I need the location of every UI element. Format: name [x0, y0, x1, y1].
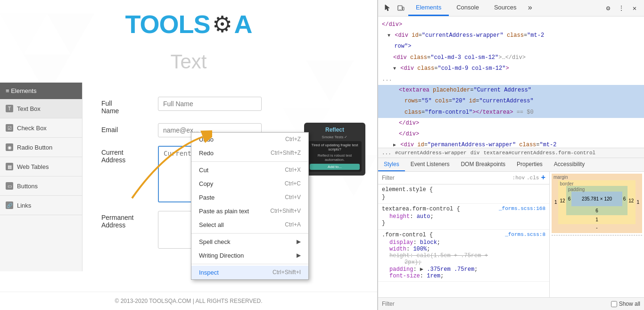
box-dashed-sep: [552, 235, 642, 235]
menu-icon[interactable]: ⋮: [616, 2, 627, 14]
sidebar-label-checkbox: Check Box: [17, 125, 47, 132]
add-style-button[interactable]: +: [541, 174, 545, 182]
webtables-icon: ▦: [6, 163, 13, 170]
devtools-panel: Elements Console Sources » ⚙ ⋮ ✕ </div> …: [377, 0, 644, 310]
context-undo[interactable]: Undo Ctrl+Z: [191, 133, 308, 146]
cls-button[interactable]: .cls: [527, 175, 539, 181]
popup-card-title: Reflect: [308, 126, 362, 133]
tab-console[interactable]: Console: [449, 0, 487, 16]
radio-icon: ◉: [6, 143, 13, 151]
sidebar-item-radio[interactable]: ◉ Radio Button: [0, 138, 82, 157]
css-prop-width: width: 100%;: [382, 246, 545, 252]
tree-line[interactable]: row">: [378, 41, 644, 52]
breadcrumb-textarea[interactable]: textarea#currentAddress.form-control: [483, 150, 595, 156]
sidebar-item-checkbox[interactable]: ☑ Check Box: [0, 118, 82, 138]
show-all-checkbox-label: Show all: [611, 301, 640, 307]
device-toggle-icon[interactable]: [395, 2, 406, 14]
css-file-link2[interactable]: _forms.scss:8: [505, 232, 545, 237]
current-address-label: CurrentAddress: [101, 146, 149, 164]
settings-icon[interactable]: ⚙: [603, 2, 614, 14]
context-paste[interactable]: Paste Ctrl+V: [191, 191, 308, 204]
tree-line[interactable]: </div>: [378, 129, 644, 140]
css-file-link[interactable]: _forms.scss:168: [499, 206, 545, 211]
breadcrumb-wrapper[interactable]: #currentAddress-wrapper: [395, 150, 467, 156]
context-spell-check[interactable]: Spell check ▶: [191, 235, 308, 249]
context-paste-plain[interactable]: Paste as plain text Ctrl+Shift+V: [191, 204, 308, 218]
tree-line-attr1[interactable]: rows="5" cols="20" id="currentAddress": [378, 96, 644, 107]
tab-styles[interactable]: Styles: [378, 158, 405, 171]
context-inspect-label: Inspect: [199, 269, 219, 276]
box-content: 235.781 × 120: [571, 192, 622, 206]
context-select-all[interactable]: Select all Ctrl+A: [191, 218, 308, 232]
tree-line-selected[interactable]: <textarea placeholder="Current Address": [378, 85, 644, 96]
fullname-row: FullName: [101, 97, 358, 115]
tab-properties[interactable]: Properties: [511, 158, 548, 171]
box-border: border 12 padding 6: [558, 180, 636, 224]
sidebar-header: ≡ Elements: [0, 83, 82, 99]
checkbox-icon: ☑: [6, 124, 13, 132]
tree-line[interactable]: ▼ <div class="col-md-9 col-sm-12">: [378, 63, 644, 74]
context-select-all-label: Select all: [199, 221, 224, 228]
tree-line[interactable]: <div class="col-md-3 col-sm-12">…</div>: [378, 52, 644, 63]
popup-card-body: Smoke Tests ✓ Tired of updating fragile …: [308, 135, 362, 172]
sidebar-item-textbox[interactable]: T Text Box: [0, 99, 82, 118]
bottom-filter: Show all: [378, 297, 644, 310]
context-cut[interactable]: Cut Ctrl+X: [191, 163, 308, 177]
box-margin-left: 1: [554, 200, 557, 205]
tree-line[interactable]: </div>: [378, 19, 644, 30]
context-writing-direction-label: Writing Direction: [199, 252, 244, 259]
css-selector-form-control[interactable]: .form-control { _forms.scss:8: [382, 232, 545, 238]
cursor-icon[interactable]: [382, 2, 393, 14]
show-all-checkbox[interactable]: [611, 301, 617, 307]
popup-smoke-tests: Smoke Tests ✓: [308, 135, 362, 139]
css-selector-close: }: [382, 194, 545, 201]
breadcrumb-div[interactable]: div: [471, 150, 480, 156]
styles-filter-input[interactable]: [382, 175, 511, 181]
context-writing-direction[interactable]: Writing Direction ▶: [191, 249, 308, 262]
svg-point-9: [400, 9, 401, 10]
show-all-label: Show all: [619, 301, 640, 307]
svg-rect-8: [403, 7, 404, 10]
context-inspect[interactable]: Inspect Ctrl+Shift+I: [191, 266, 308, 279]
sidebar-item-buttons[interactable]: ▭ Buttons: [0, 176, 82, 196]
sidebar-item-webtables[interactable]: ▦ Web Tables: [0, 157, 82, 176]
more-tabs-icon[interactable]: »: [524, 4, 537, 12]
css-selector-textarea[interactable]: textarea.form-control { _forms.scss:168: [382, 206, 545, 212]
box-margin-label: margin: [553, 175, 568, 180]
tree-line[interactable]: ▼ <div id="currentAddress-wrapper" class…: [378, 30, 644, 41]
css-selector[interactable]: element.style {: [382, 186, 545, 193]
logo-suffix: A: [234, 9, 252, 39]
context-spell-check-label: Spell check: [199, 238, 230, 245]
popup-add-button[interactable]: Add to...: [310, 164, 360, 170]
spell-check-arrow-icon: ▶: [297, 238, 301, 245]
hov-button[interactable]: :hov: [512, 175, 525, 181]
tab-event-listeners[interactable]: Event Listeners: [405, 158, 455, 171]
tab-elements[interactable]: Elements: [408, 0, 449, 16]
tab-accessibility[interactable]: Accessibility: [548, 158, 590, 171]
breadcrumb-bar: ... #currentAddress-wrapper div textarea…: [378, 148, 644, 158]
context-redo-shortcut: Ctrl+Shift+Z: [271, 150, 301, 157]
tree-line-attr2[interactable]: class="form-control"></textarea> == $0: [378, 107, 644, 118]
permanent-address-label: PermanentAddress: [101, 211, 149, 229]
left-panel: TOOLS ⚙ A Text ≡ Elements T Text Box ☑ C…: [0, 0, 377, 310]
tree-line[interactable]: ▶ <div id="permanentAddress-wrapper" cla…: [378, 140, 644, 148]
box-border-sides: 12 padding 6 235.781 × 120: [560, 186, 634, 215]
context-inspect-shortcut: Ctrl+Shift+I: [272, 269, 301, 276]
context-copy[interactable]: Copy Ctrl+C: [191, 177, 308, 191]
box-padding: padding 6 235.781 × 120 6: [566, 186, 628, 215]
fullname-input[interactable]: [158, 97, 262, 111]
popup-card: Reflect Smoke Tests ✓ Tired of updating …: [304, 123, 365, 176]
css-block-textarea: textarea.form-control { _forms.scss:168 …: [378, 204, 549, 230]
bottom-filter-input[interactable]: [382, 301, 607, 307]
fullname-label: FullName: [101, 97, 149, 115]
popup-body-text: Tired of updating fragile test scripts?: [310, 143, 360, 151]
close-icon[interactable]: ✕: [629, 2, 640, 14]
sidebar-item-links[interactable]: 🔗 Links: [0, 196, 82, 215]
css-prop-height2: 2px);: [382, 259, 545, 266]
context-redo[interactable]: Redo Ctrl+Shift+Z: [191, 146, 308, 160]
tab-sources[interactable]: Sources: [487, 0, 524, 16]
context-paste-plain-label: Paste as plain text: [199, 208, 249, 215]
tree-line[interactable]: </div>: [378, 118, 644, 129]
tab-dom-breakpoints[interactable]: DOM Breakpoints: [455, 158, 511, 171]
footer: © 2013-2020 TOOLSQA.COM | ALL RIGHTS RES…: [0, 292, 377, 310]
